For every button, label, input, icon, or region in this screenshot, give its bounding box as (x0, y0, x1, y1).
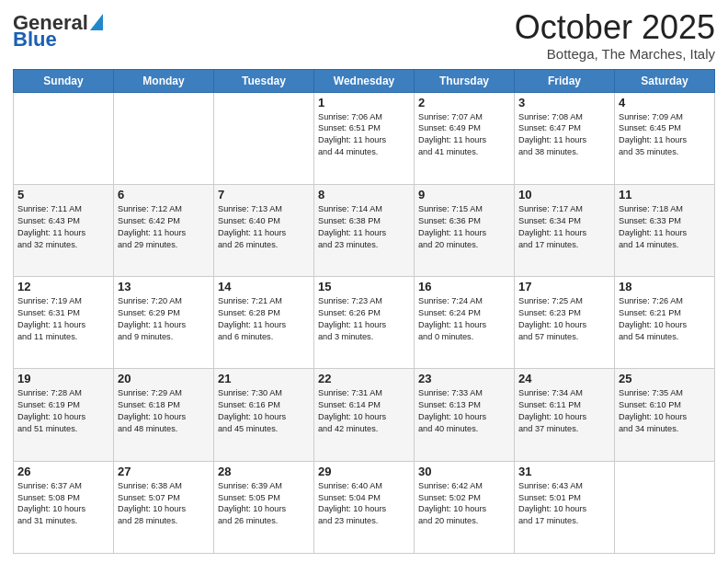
calendar-table: Sunday Monday Tuesday Wednesday Thursday… (13, 69, 715, 554)
day-number: 3 (518, 96, 610, 109)
day-info: Sunrise: 7:31 AMSunset: 6:14 PMDaylight:… (318, 387, 410, 435)
calendar-week-row: 26Sunrise: 6:37 AMSunset: 5:08 PMDayligh… (14, 461, 715, 553)
day-number: 14 (218, 280, 310, 293)
table-row: 5Sunrise: 7:11 AMSunset: 6:43 PMDaylight… (14, 184, 114, 276)
day-number: 9 (418, 188, 510, 201)
table-row: 4Sunrise: 7:09 AMSunset: 6:45 PMDaylight… (615, 92, 715, 184)
day-number: 8 (318, 188, 410, 201)
table-row: 8Sunrise: 7:14 AMSunset: 6:38 PMDaylight… (314, 184, 415, 276)
day-number: 2 (418, 96, 510, 109)
day-info: Sunrise: 7:29 AMSunset: 6:18 PMDaylight:… (118, 387, 210, 435)
col-thursday: Thursday (415, 69, 515, 92)
day-info: Sunrise: 7:24 AMSunset: 6:24 PMDaylight:… (418, 295, 510, 343)
day-number: 29 (318, 465, 410, 478)
table-row: 23Sunrise: 7:33 AMSunset: 6:13 PMDayligh… (415, 369, 515, 461)
header: General Blue October 2025 Bottega, The M… (13, 9, 715, 62)
table-row: 11Sunrise: 7:18 AMSunset: 6:33 PMDayligh… (615, 184, 715, 276)
table-row: 21Sunrise: 7:30 AMSunset: 6:16 PMDayligh… (214, 369, 314, 461)
logo: General Blue (13, 13, 103, 50)
col-saturday: Saturday (615, 69, 715, 92)
day-number: 23 (418, 372, 510, 385)
table-row (615, 461, 715, 553)
day-info: Sunrise: 7:13 AMSunset: 6:40 PMDaylight:… (218, 203, 310, 251)
table-row: 1Sunrise: 7:06 AMSunset: 6:51 PMDaylight… (314, 92, 415, 184)
svg-marker-0 (90, 14, 103, 30)
table-row: 3Sunrise: 7:08 AMSunset: 6:47 PMDaylight… (515, 92, 615, 184)
day-info: Sunrise: 7:09 AMSunset: 6:45 PMDaylight:… (619, 111, 711, 159)
day-number: 15 (318, 280, 410, 293)
col-friday: Friday (515, 69, 615, 92)
calendar-header-row: Sunday Monday Tuesday Wednesday Thursday… (14, 69, 715, 92)
day-info: Sunrise: 7:11 AMSunset: 6:43 PMDaylight:… (17, 203, 109, 251)
table-row: 12Sunrise: 7:19 AMSunset: 6:31 PMDayligh… (14, 277, 114, 369)
day-info: Sunrise: 7:20 AMSunset: 6:29 PMDaylight:… (118, 295, 210, 343)
logo-triangle-icon (90, 14, 103, 30)
day-info: Sunrise: 7:33 AMSunset: 6:13 PMDaylight:… (418, 387, 510, 435)
day-number: 30 (418, 465, 510, 478)
day-info: Sunrise: 7:23 AMSunset: 6:26 PMDaylight:… (318, 295, 410, 343)
day-number: 24 (518, 372, 610, 385)
table-row: 26Sunrise: 6:37 AMSunset: 5:08 PMDayligh… (14, 461, 114, 553)
day-info: Sunrise: 7:26 AMSunset: 6:21 PMDaylight:… (619, 295, 711, 343)
day-info: Sunrise: 7:17 AMSunset: 6:34 PMDaylight:… (518, 203, 610, 251)
table-row (14, 92, 114, 184)
table-row: 20Sunrise: 7:29 AMSunset: 6:18 PMDayligh… (114, 369, 214, 461)
calendar-week-row: 5Sunrise: 7:11 AMSunset: 6:43 PMDaylight… (14, 184, 715, 276)
day-number: 10 (518, 188, 610, 201)
day-info: Sunrise: 7:21 AMSunset: 6:28 PMDaylight:… (218, 295, 310, 343)
table-row: 31Sunrise: 6:43 AMSunset: 5:01 PMDayligh… (515, 461, 615, 553)
table-row (214, 92, 314, 184)
day-number: 31 (518, 465, 610, 478)
day-info: Sunrise: 7:08 AMSunset: 6:47 PMDaylight:… (518, 111, 610, 159)
table-row: 27Sunrise: 6:38 AMSunset: 5:07 PMDayligh… (114, 461, 214, 553)
table-row: 16Sunrise: 7:24 AMSunset: 6:24 PMDayligh… (415, 277, 515, 369)
day-number: 11 (619, 188, 711, 201)
day-number: 4 (619, 96, 711, 109)
col-sunday: Sunday (14, 69, 114, 92)
day-number: 28 (218, 465, 310, 478)
day-number: 7 (218, 188, 310, 201)
day-info: Sunrise: 6:39 AMSunset: 5:05 PMDaylight:… (218, 480, 310, 528)
table-row: 24Sunrise: 7:34 AMSunset: 6:11 PMDayligh… (515, 369, 615, 461)
table-row: 29Sunrise: 6:40 AMSunset: 5:04 PMDayligh… (314, 461, 415, 553)
day-info: Sunrise: 7:14 AMSunset: 6:38 PMDaylight:… (318, 203, 410, 251)
day-info: Sunrise: 6:37 AMSunset: 5:08 PMDaylight:… (17, 480, 109, 528)
table-row: 7Sunrise: 7:13 AMSunset: 6:40 PMDaylight… (214, 184, 314, 276)
day-info: Sunrise: 6:42 AMSunset: 5:02 PMDaylight:… (418, 480, 510, 528)
day-info: Sunrise: 7:28 AMSunset: 6:19 PMDaylight:… (17, 387, 109, 435)
day-number: 5 (17, 188, 109, 201)
table-row: 14Sunrise: 7:21 AMSunset: 6:28 PMDayligh… (214, 277, 314, 369)
calendar-week-row: 12Sunrise: 7:19 AMSunset: 6:31 PMDayligh… (14, 277, 715, 369)
day-info: Sunrise: 7:25 AMSunset: 6:23 PMDaylight:… (518, 295, 610, 343)
day-info: Sunrise: 7:30 AMSunset: 6:16 PMDaylight:… (218, 387, 310, 435)
page: General Blue October 2025 Bottega, The M… (0, 0, 728, 563)
day-info: Sunrise: 7:35 AMSunset: 6:10 PMDaylight:… (619, 387, 711, 435)
table-row: 13Sunrise: 7:20 AMSunset: 6:29 PMDayligh… (114, 277, 214, 369)
location: Bottega, The Marches, Italy (515, 46, 715, 62)
day-info: Sunrise: 7:15 AMSunset: 6:36 PMDaylight:… (418, 203, 510, 251)
day-number: 1 (318, 96, 410, 109)
table-row: 9Sunrise: 7:15 AMSunset: 6:36 PMDaylight… (415, 184, 515, 276)
day-number: 17 (518, 280, 610, 293)
day-info: Sunrise: 7:12 AMSunset: 6:42 PMDaylight:… (118, 203, 210, 251)
day-info: Sunrise: 6:38 AMSunset: 5:07 PMDaylight:… (118, 480, 210, 528)
table-row: 10Sunrise: 7:17 AMSunset: 6:34 PMDayligh… (515, 184, 615, 276)
table-row: 18Sunrise: 7:26 AMSunset: 6:21 PMDayligh… (615, 277, 715, 369)
table-row: 17Sunrise: 7:25 AMSunset: 6:23 PMDayligh… (515, 277, 615, 369)
day-info: Sunrise: 7:34 AMSunset: 6:11 PMDaylight:… (518, 387, 610, 435)
day-number: 27 (118, 465, 210, 478)
day-number: 26 (17, 465, 109, 478)
day-number: 16 (418, 280, 510, 293)
day-info: Sunrise: 7:18 AMSunset: 6:33 PMDaylight:… (619, 203, 711, 251)
day-info: Sunrise: 7:07 AMSunset: 6:49 PMDaylight:… (418, 111, 510, 159)
day-number: 19 (17, 372, 109, 385)
day-number: 6 (118, 188, 210, 201)
month-title: October 2025 (515, 9, 715, 46)
table-row: 25Sunrise: 7:35 AMSunset: 6:10 PMDayligh… (615, 369, 715, 461)
col-monday: Monday (114, 69, 214, 92)
table-row: 19Sunrise: 7:28 AMSunset: 6:19 PMDayligh… (14, 369, 114, 461)
day-number: 13 (118, 280, 210, 293)
table-row: 30Sunrise: 6:42 AMSunset: 5:02 PMDayligh… (415, 461, 515, 553)
table-row: 15Sunrise: 7:23 AMSunset: 6:26 PMDayligh… (314, 277, 415, 369)
table-row: 28Sunrise: 6:39 AMSunset: 5:05 PMDayligh… (214, 461, 314, 553)
